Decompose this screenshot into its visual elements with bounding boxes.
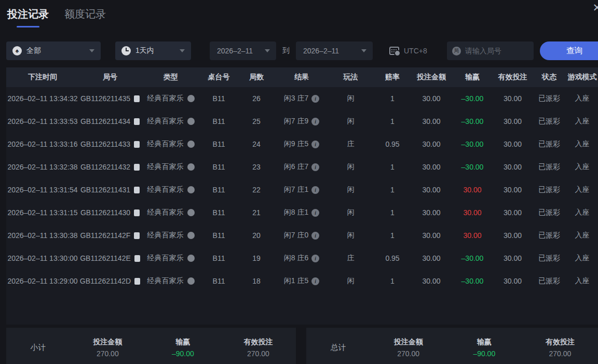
win-loss-cell: –30.00 [452,277,493,285]
time-range-select[interactable]: 1天内 [115,41,191,60]
round-search-input[interactable] [465,47,525,55]
total-bet-amount: 投注金额 270.00 [371,338,446,358]
copy-icon[interactable] [134,141,140,148]
round-number-cell: 24 [237,140,276,148]
game-type-cell: 经典百家乐 [141,276,200,286]
game-type-icon [187,209,195,216]
result-info-icon[interactable]: i [311,141,319,148]
odds-cell: 0.95 [374,254,411,262]
copy-icon[interactable] [134,232,140,239]
bet-amount-cell: 30.00 [411,163,452,171]
win-loss-value: –90.00 [145,349,221,358]
game-type-cell: 经典百家乐 [141,185,200,194]
bet-amount-cell: 30.00 [411,231,452,240]
copy-icon[interactable] [134,278,140,285]
table-number-cell: B11 [200,231,237,240]
odds-cell: 1 [374,186,411,194]
spade-icon: ♠ [12,46,22,55]
odds-cell: 1 [374,208,411,217]
calendar-clock-icon[interactable] [389,47,399,55]
round-number-icon: 局 [452,47,461,55]
result-info-icon[interactable]: i [311,209,319,217]
round-number-cell: 22 [237,186,276,194]
game-type-icon [187,232,195,239]
play-type-cell: 闲 [328,162,374,172]
round-number-cell: 18 [237,277,276,285]
game-id-cell: GB1126211430 [79,208,141,217]
game-type-cell: 经典百家乐 [141,162,200,172]
valid-bet-cell: 30.00 [493,117,532,125]
game-mode-cell: 入座 [566,208,598,217]
date-from-select[interactable]: 2026–2–11 [210,41,276,60]
status-cell: 已派彩 [532,117,566,126]
tab-bar: 投注记录 额度记录 [7,7,106,27]
column-header: 局号 [79,73,141,82]
bet-amount-cell: 30.00 [411,117,452,125]
table-number-cell: B11 [200,277,237,285]
column-header: 下注时间 [6,73,79,82]
column-header: 玩法 [328,73,374,82]
odds-cell: 1 [374,94,411,103]
copy-icon[interactable] [134,95,140,102]
valid-bet-cell: 30.00 [493,186,532,194]
summary-bar: 小计 投注金额 270.00 输赢 –90.00 有效投注 270.00 总计 … [6,328,598,364]
column-header: 输赢 [452,73,493,82]
query-button[interactable]: 查询 [540,41,598,60]
result-info-icon[interactable]: i [311,186,319,194]
copy-icon[interactable] [134,118,140,125]
tab-credit-records[interactable]: 额度记录 [64,7,106,27]
play-type-cell: 闲 [328,185,374,194]
table-number-cell: B11 [200,186,237,194]
copy-icon[interactable] [134,209,140,216]
result-info-icon[interactable]: i [311,163,319,171]
bet-time-cell: 2026–02–11 13:34:32 [6,94,79,103]
total-valid-bet: 有效投注 270.00 [522,338,598,358]
game-id-cell: GB112621142D [79,277,141,285]
clock-icon [121,46,131,55]
column-header: 桌台号 [200,73,237,82]
search-box: 局 [447,41,534,60]
game-type-icon [187,95,195,102]
close-icon[interactable]: ✕ [592,2,598,13]
status-cell: 已派彩 [532,208,566,217]
total-panel: 总计 投注金额 270.00 输赢 –90.00 有效投注 270.00 [306,328,598,364]
filter-bar: ♠ 全部 1天内 2026–2–11 到 2026–2–11 UTC+8 局 查… [6,41,598,60]
table-row: 2026–02–11 13:29:00GB112621142D经典百家乐B111… [6,270,598,292]
bet-amount-cell: 30.00 [411,140,452,148]
result-cell: 闲1 庄5i [276,276,328,286]
status-cell: 已派彩 [532,162,566,172]
game-type-cell: 经典百家乐 [141,94,200,103]
status-cell: 已派彩 [532,185,566,194]
status-cell: 已派彩 [532,276,566,286]
bet-time-cell: 2026–02–11 13:33:16 [6,140,79,148]
bet-time-cell: 2026–02–11 13:31:15 [6,208,79,217]
copy-icon[interactable] [134,164,140,171]
valid-bet-label: 有效投注 [221,338,296,347]
valid-bet-cell: 30.00 [493,254,532,262]
table-row: 2026–02–11 13:31:54GB1126211431经典百家乐B112… [6,178,598,201]
subtotal-valid-bet: 有效投注 270.00 [221,338,296,358]
game-type-icon [187,277,195,285]
result-cell: 闲7 庄1i [276,185,328,194]
bet-time-cell: 2026–02–11 13:29:00 [6,277,79,285]
valid-bet-cell: 30.00 [493,277,532,285]
result-info-icon[interactable]: i [311,95,319,103]
game-type-select[interactable]: ♠ 全部 [6,41,101,60]
valid-bet-cell: 30.00 [493,140,532,148]
result-info-icon[interactable]: i [311,118,319,125]
game-mode-cell: 入座 [566,117,598,126]
game-type-icon [187,118,195,125]
table-number-cell: B11 [200,254,237,262]
play-type-cell: 闲 [328,94,374,103]
result-info-icon[interactable]: i [311,255,319,262]
game-type-cell: 经典百家乐 [141,254,200,263]
date-to-select[interactable]: 2026–2–11 [296,41,373,60]
copy-icon[interactable] [134,187,140,193]
win-loss-cell: –30.00 [452,117,493,125]
tab-bet-records[interactable]: 投注记录 [7,7,49,27]
valid-bet-cell: 30.00 [493,94,532,103]
result-info-icon[interactable]: i [311,277,319,285]
column-header: 游戏模式 [566,73,598,82]
result-info-icon[interactable]: i [311,232,319,240]
copy-icon[interactable] [134,255,140,262]
